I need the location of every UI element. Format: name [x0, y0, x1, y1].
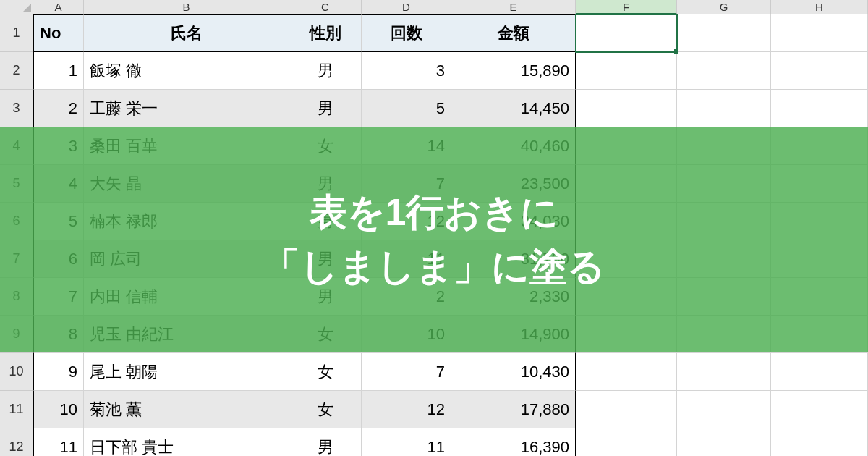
row-header-11[interactable]: 11	[0, 391, 33, 428]
cell[interactable]	[771, 52, 868, 90]
cell-no[interactable]: 1	[33, 52, 84, 90]
active-cell-F1[interactable]	[576, 14, 677, 52]
cell-amount[interactable]: 10,430	[451, 353, 576, 391]
row-header-12[interactable]: 12	[0, 428, 33, 456]
cell-no[interactable]: 9	[33, 353, 84, 391]
cell-no[interactable]: 2	[33, 90, 84, 127]
cell[interactable]	[576, 52, 677, 90]
table-header-gender[interactable]: 性別	[289, 14, 362, 52]
cell-amount[interactable]: 16,390	[451, 428, 576, 456]
cell[interactable]	[677, 14, 771, 52]
cell[interactable]	[576, 391, 677, 428]
table-header-name[interactable]: 氏名	[84, 14, 289, 52]
cell-count[interactable]: 12	[362, 391, 451, 428]
cell-gender[interactable]: 男	[289, 428, 362, 456]
cell-no[interactable]: 11	[33, 428, 84, 456]
cell[interactable]	[677, 353, 771, 391]
row-header-3[interactable]: 3	[0, 90, 33, 127]
cell-count[interactable]: 11	[362, 428, 451, 456]
table-header-amount[interactable]: 金額	[451, 14, 576, 52]
cell-amount[interactable]: 17,880	[451, 391, 576, 428]
table-header-count[interactable]: 回数	[362, 14, 451, 52]
cell[interactable]	[771, 14, 868, 52]
cell-amount[interactable]: 15,890	[451, 52, 576, 90]
cell-name[interactable]: 工藤 栄一	[84, 90, 289, 127]
cell[interactable]	[771, 90, 868, 127]
row-header-10[interactable]: 10	[0, 353, 33, 391]
cell-gender[interactable]: 女	[289, 391, 362, 428]
cell[interactable]	[576, 90, 677, 127]
cell-name[interactable]: 日下部 貴士	[84, 428, 289, 456]
row-header-1[interactable]: 1	[0, 14, 33, 52]
col-header-B[interactable]: B	[84, 0, 289, 14]
cell-gender[interactable]: 男	[289, 90, 362, 127]
cell-name[interactable]: 飯塚 徹	[84, 52, 289, 90]
cell[interactable]	[677, 428, 771, 456]
col-header-D[interactable]: D	[362, 0, 451, 14]
cell-count[interactable]: 3	[362, 52, 451, 90]
cell[interactable]	[576, 353, 677, 391]
overlay-line1: 表を1行おきに	[310, 185, 559, 240]
cell-amount[interactable]: 14,450	[451, 90, 576, 127]
cell[interactable]	[771, 428, 868, 456]
cell-name[interactable]: 菊池 薫	[84, 391, 289, 428]
cell-name[interactable]: 尾上 朝陽	[84, 353, 289, 391]
col-header-E[interactable]: E	[451, 0, 576, 14]
title-overlay: 表を1行おきに 「しましま」に塗る	[0, 127, 868, 352]
cell-gender[interactable]: 男	[289, 52, 362, 90]
cell-count[interactable]: 5	[362, 90, 451, 127]
col-header-C[interactable]: C	[289, 0, 362, 14]
cell[interactable]	[771, 391, 868, 428]
overlay-line2: 「しましま」に塗る	[263, 240, 605, 294]
cell[interactable]	[677, 52, 771, 90]
cell[interactable]	[677, 90, 771, 127]
cell-no[interactable]: 10	[33, 391, 84, 428]
col-header-G[interactable]: G	[677, 0, 771, 14]
cell[interactable]	[771, 353, 868, 391]
row-header-2[interactable]: 2	[0, 52, 33, 90]
table-header-no[interactable]: No	[33, 14, 84, 52]
cell[interactable]	[576, 428, 677, 456]
col-header-A[interactable]: A	[33, 0, 84, 14]
cell[interactable]	[677, 391, 771, 428]
col-header-H[interactable]: H	[771, 0, 868, 14]
col-header-F[interactable]: F	[576, 0, 677, 14]
cell-count[interactable]: 7	[362, 353, 451, 391]
select-all-corner[interactable]	[0, 0, 33, 14]
cell-gender[interactable]: 女	[289, 353, 362, 391]
